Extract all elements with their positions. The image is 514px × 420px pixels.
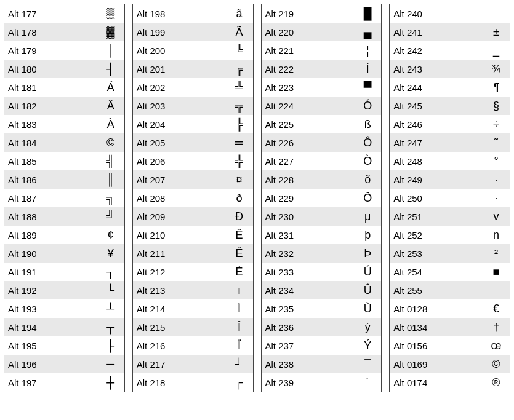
alt-code-label: Alt 179 <box>8 46 101 56</box>
alt-code-symbol: ╗ <box>101 192 121 204</box>
alt-code-label: Alt 189 <box>8 230 101 240</box>
alt-code-symbol: ╚ <box>230 45 249 56</box>
table-row: Alt 218┌ <box>133 373 253 392</box>
alt-code-label: Alt 229 <box>265 193 358 204</box>
alt-code-symbol: ¯ <box>358 359 377 370</box>
table-row: Alt 185╣ <box>4 152 124 170</box>
column-4: Alt 240Alt 241±Alt 242‗Alt 243¾Alt 244¶A… <box>389 4 510 392</box>
alt-code-symbol: Õ <box>358 192 377 204</box>
table-row: Alt 254■ <box>390 263 510 281</box>
alt-code-label: Alt 199 <box>137 27 230 38</box>
alt-code-symbol: ╠ <box>230 119 249 130</box>
table-row: Alt 230μ <box>262 207 382 226</box>
table-row: Alt 228õ <box>262 170 382 189</box>
alt-code-label: Alt 219 <box>265 9 358 19</box>
alt-code-symbol: ² <box>486 248 506 259</box>
alt-code-label: Alt 202 <box>137 82 230 93</box>
alt-code-label: Alt 0134 <box>393 322 486 333</box>
alt-code-label: Alt 237 <box>265 341 358 351</box>
table-row: Alt 198ã <box>133 4 253 23</box>
alt-code-label: Alt 192 <box>8 285 101 296</box>
alt-code-symbol: ÷ <box>486 119 506 130</box>
alt-code-label: Alt 190 <box>8 248 101 259</box>
alt-code-symbol: █ <box>358 8 377 19</box>
table-row: Alt 203╦ <box>133 97 253 115</box>
table-row: Alt 216Ï <box>133 336 253 355</box>
alt-code-symbol: ║ <box>101 174 121 185</box>
table-row: Alt 248° <box>390 152 510 170</box>
alt-code-symbol: ı <box>230 285 249 296</box>
alt-code-label: Alt 193 <box>8 304 101 314</box>
alt-code-label: Alt 226 <box>265 138 358 148</box>
alt-code-symbol: ± <box>486 26 506 38</box>
alt-code-label: Alt 233 <box>265 267 358 277</box>
table-row: Alt 243¾ <box>390 60 510 78</box>
alt-code-symbol: ┬ <box>101 322 121 333</box>
alt-code-symbol: ├ <box>101 340 121 351</box>
alt-code-symbol: ■ <box>486 266 506 277</box>
alt-code-label: Alt 209 <box>137 212 230 222</box>
alt-code-label: Alt 194 <box>8 322 101 333</box>
alt-code-label: Alt 198 <box>137 9 230 19</box>
table-row: Alt 235Ù <box>262 299 382 318</box>
alt-code-symbol: ┴ <box>101 303 121 314</box>
alt-code-label: Alt 254 <box>393 267 486 277</box>
table-row: Alt 234Û <box>262 281 382 299</box>
alt-code-symbol: ╔ <box>230 63 249 74</box>
alt-code-label: Alt 210 <box>137 230 230 240</box>
alt-code-symbol: Ì <box>358 63 377 74</box>
alt-code-label: Alt 228 <box>265 175 358 185</box>
table-row: Alt 224Ó <box>262 97 382 115</box>
table-row: Alt 200╚ <box>133 41 253 60</box>
table-row: Alt 214Í <box>133 299 253 318</box>
table-row: Alt 179│ <box>4 41 124 60</box>
table-row: Alt 209Ð <box>133 207 253 226</box>
alt-code-symbol: ▄ <box>358 26 377 38</box>
alt-code-symbol: ═ <box>230 137 249 148</box>
alt-code-label: Alt 214 <box>137 304 230 314</box>
table-row: Alt 222Ì <box>262 60 382 78</box>
alt-code-label: Alt 185 <box>8 156 101 167</box>
table-row: Alt 221¦ <box>262 41 382 60</box>
alt-code-label: Alt 205 <box>137 138 230 148</box>
table-row: Alt 250· <box>390 189 510 207</box>
alt-code-label: Alt 191 <box>8 267 101 277</box>
alt-code-label: Alt 200 <box>137 46 230 56</box>
alt-code-label: Alt 246 <box>393 119 486 130</box>
table-row: Alt 236ý <box>262 318 382 336</box>
table-row: Alt 255 <box>390 281 510 299</box>
alt-code-symbol: ┤ <box>101 63 121 74</box>
alt-code-label: Alt 181 <box>8 82 101 93</box>
alt-code-label: Alt 215 <box>137 322 230 333</box>
alt-code-label: Alt 225 <box>265 119 358 130</box>
alt-code-label: Alt 206 <box>137 156 230 167</box>
alt-code-label: Alt 250 <box>393 193 486 204</box>
table-row: Alt 195├ <box>4 336 124 355</box>
alt-code-symbol: ð <box>230 192 249 204</box>
table-row: Alt 251v <box>390 207 510 226</box>
alt-code-label: Alt 212 <box>137 267 230 277</box>
alt-code-symbol: ® <box>486 377 506 388</box>
alt-code-label: Alt 221 <box>265 46 358 56</box>
alt-code-symbol: · <box>486 174 506 185</box>
table-row: Alt 199Ã <box>133 23 253 41</box>
table-row: Alt 0128€ <box>390 299 510 318</box>
alt-code-label: Alt 196 <box>8 359 101 370</box>
table-row: Alt 196─ <box>4 355 124 373</box>
alt-code-label: Alt 184 <box>8 138 101 148</box>
alt-code-symbol: · <box>486 192 506 204</box>
alt-code-symbol: ˜ <box>486 137 506 148</box>
alt-code-label: Alt 211 <box>137 248 230 259</box>
alt-code-symbol: Ý <box>358 340 377 351</box>
alt-code-symbol: ╣ <box>101 156 121 167</box>
alt-code-label: Alt 251 <box>393 212 486 222</box>
table-row: Alt 0134† <box>390 318 510 336</box>
alt-code-label: Alt 244 <box>393 82 486 93</box>
alt-code-symbol: È <box>230 266 249 277</box>
alt-code-label: Alt 183 <box>8 119 101 130</box>
alt-code-symbol: ã <box>230 8 249 19</box>
alt-code-label: Alt 223 <box>265 82 358 93</box>
alt-code-label: Alt 186 <box>8 175 101 185</box>
alt-code-symbol: Ã <box>230 26 249 38</box>
table-row: Alt 193┴ <box>4 299 124 318</box>
